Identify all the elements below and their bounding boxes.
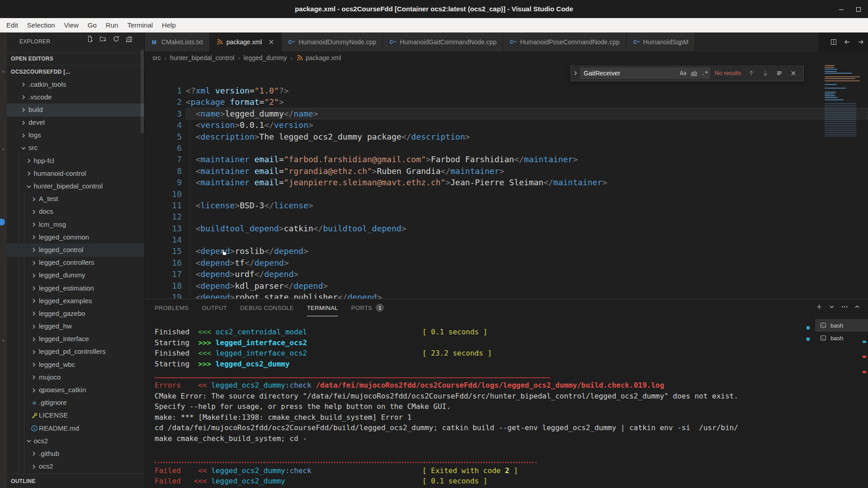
close-icon[interactable] — [790, 70, 797, 77]
find-query[interactable]: GaitReceiver — [584, 70, 678, 77]
breadcrumb[interactable]: src›hunter_bipedal_control›legged_dummy›… — [145, 52, 868, 64]
panel-tab-terminal[interactable]: TERMINAL — [307, 299, 338, 316]
terminal-separator — [155, 377, 550, 378]
find-input[interactable]: GaitReceiver Aaab.* — [580, 67, 710, 79]
breadcrumb-separator: › — [291, 55, 292, 61]
tree-item-devel[interactable]: devel — [7, 117, 144, 129]
use-regex-icon[interactable]: .* — [699, 70, 710, 76]
menu-view[interactable]: View — [61, 20, 82, 30]
menu-go[interactable]: Go — [84, 20, 100, 30]
tab-HumanoidGaitCommandNode.cpp[interactable]: C++HumanoidGaitCommandNode.cpp — [383, 33, 503, 52]
plus-icon[interactable] — [816, 303, 823, 310]
menu-run[interactable]: Run — [102, 20, 122, 30]
chevron-down-icon[interactable] — [828, 303, 835, 310]
tree-item-legged_common[interactable]: legged_common — [7, 231, 144, 244]
tab-HumanoidPoseCommandNode.cpp[interactable]: C++HumanoidPoseCommandNode.cpp — [503, 33, 626, 52]
tree-item-build[interactable]: build — [7, 103, 144, 116]
tree-item-legged_controllers[interactable]: legged_controllers — [7, 257, 144, 269]
tree-item-humanoid-control[interactable]: humanoid-control — [7, 167, 144, 180]
new-file-icon[interactable] — [86, 35, 94, 42]
chevron-down-icon — [25, 437, 33, 445]
close-icon[interactable] — [268, 38, 275, 46]
arrow-left-icon[interactable] — [844, 38, 851, 46]
section-outline[interactable]: OUTLINE — [7, 474, 144, 488]
tree-item-legged_wbc[interactable]: legged_wbc — [7, 358, 144, 371]
breadcrumb-file[interactable]: package.xml — [296, 54, 341, 61]
tree-item-legged_examples[interactable]: legged_examples — [7, 295, 144, 307]
terminal-list: bashbash — [815, 319, 868, 344]
tree-item-qpoases_catkin[interactable]: qpoases_catkin — [7, 384, 144, 397]
tab-package.xml[interactable]: package.xml — [210, 33, 282, 52]
collapse-all-icon[interactable] — [126, 35, 133, 42]
breadcrumb-item[interactable]: hunter_bipedal_control — [170, 54, 234, 61]
tree-item-label: README.md — [39, 424, 79, 432]
tree-item-legged_estimation[interactable]: legged_estimation — [7, 282, 144, 295]
section-workspace[interactable]: OCS2COURSEFDD [... — [7, 65, 144, 78]
tree-item-hunter_bipedal_control[interactable]: hunter_bipedal_control — [7, 180, 144, 193]
tab-CMakeLists.txt[interactable]: MCMakeLists.txt — [145, 33, 210, 52]
arrow-right-icon[interactable] — [857, 38, 864, 46]
tree-item-readme.md[interactable]: README.md — [7, 422, 144, 435]
tree-item-label: legged_control — [39, 246, 83, 253]
toggle-replace-icon[interactable] — [571, 65, 580, 81]
arrow-up-icon[interactable] — [748, 70, 755, 77]
find-selection-icon[interactable] — [776, 70, 783, 77]
section-open-editors[interactable]: OPEN EDITORS — [7, 52, 144, 64]
tree-item-a_test[interactable]: A_test — [7, 193, 144, 206]
tree-item-legged_gazebo[interactable]: legged_gazebo — [7, 307, 144, 320]
tab-HumanoidDummyNode.cpp[interactable]: C++HumanoidDummyNode.cpp — [282, 33, 383, 52]
tree-item-logs[interactable]: logs — [7, 129, 144, 142]
tree-item-.github[interactable]: .github — [7, 447, 144, 460]
tree-item-legged_dummy[interactable]: legged_dummy — [7, 269, 144, 282]
minimap-line — [825, 71, 837, 72]
tree-item-license[interactable]: LICENSE — [7, 409, 144, 422]
split-editor-icon[interactable] — [830, 38, 837, 46]
panel-tab-output[interactable]: OUTPUT — [202, 299, 227, 316]
panel-tab-problems[interactable]: PROBLEMS — [155, 299, 189, 316]
tree-item-.vscode[interactable]: .vscode — [7, 91, 144, 103]
tree-item-.catkin_tools[interactable]: .catkin_tools — [7, 78, 144, 91]
code-line-1: 1<?xml version="1.0"?> — [145, 85, 868, 96]
tree-item-src[interactable]: src — [7, 142, 144, 155]
menu-terminal[interactable]: Terminal — [123, 20, 156, 30]
refresh-icon[interactable] — [113, 35, 120, 42]
code-editor[interactable]: 1<?xml version="1.0"?>2<package format="… — [145, 64, 868, 299]
menu-selection[interactable]: Selection — [24, 20, 59, 30]
tab-HumanoidSqpM[interactable]: C++HumanoidSqpM — [627, 33, 695, 52]
tree-item-mujoco[interactable]: mujoco — [7, 371, 144, 384]
arrow-down-icon[interactable] — [762, 70, 769, 77]
terminal-tab-bash[interactable]: bash — [815, 332, 868, 344]
sidebar-scrollbar[interactable] — [141, 50, 144, 133]
terminal-tab-bash[interactable]: bash — [815, 319, 868, 332]
minimize-icon[interactable] — [836, 5, 846, 14]
tree-item-ocs2[interactable]: ocs2 — [7, 435, 144, 447]
whole-word-icon[interactable]: ab — [689, 70, 699, 76]
tree-item-ocs2[interactable]: ocs2 — [7, 460, 144, 473]
tree-item-.gitignore[interactable]: .gitignore — [7, 397, 144, 409]
tree-item-legged_pd_controllers[interactable]: legged_pd_controllers — [7, 346, 144, 358]
tree-item-docs[interactable]: docs — [7, 206, 144, 218]
minimap[interactable] — [824, 64, 862, 299]
new-folder-icon[interactable] — [99, 35, 107, 42]
chevron-right-icon — [20, 106, 27, 113]
code-text — [186, 188, 868, 200]
panel-tab-ports[interactable]: PORTS1 — [351, 299, 384, 316]
breadcrumb-item[interactable]: src — [152, 54, 161, 61]
menu-help[interactable]: Help — [158, 20, 179, 30]
chevron-down-icon — [25, 183, 33, 190]
breadcrumb-item[interactable]: legged_dummy — [244, 54, 287, 61]
tree-item-label: src — [28, 144, 38, 151]
tree-item-hpp-fcl[interactable]: hpp-fcl — [7, 155, 144, 167]
more-icon[interactable] — [841, 303, 848, 310]
menu-edit[interactable]: Edit — [3, 20, 22, 30]
panel-tab-debug-console[interactable]: DEBUG CONSOLE — [240, 299, 294, 316]
tree-item-legged_hw[interactable]: legged_hw — [7, 320, 144, 333]
chevron-up-icon[interactable] — [854, 303, 861, 310]
tree-item-legged_control[interactable]: legged_control — [7, 244, 144, 256]
match-case-icon[interactable]: Aa — [678, 70, 689, 76]
tree-item-legged_interface[interactable]: legged_interface — [7, 333, 144, 346]
chevron-right-icon — [30, 323, 38, 330]
tree-item-lcm_msg[interactable]: lcm_msg — [7, 218, 144, 231]
maximize-icon[interactable] — [854, 5, 863, 14]
terminal-output[interactable]: Finished <<< ocs2_centroidal_model[ 0.1 … — [145, 327, 814, 488]
